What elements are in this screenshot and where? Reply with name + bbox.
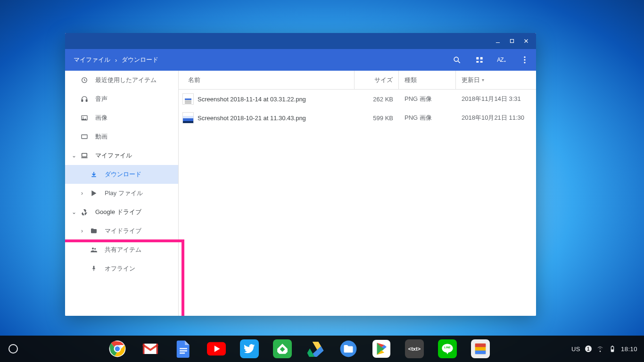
- text-app[interactable]: <txt>: [405, 339, 424, 358]
- file-date: 2018年10月21日 11:30: [456, 114, 536, 122]
- svg-rect-29: [180, 348, 187, 349]
- headphones-icon: [80, 95, 89, 103]
- sidebar-audio[interactable]: 音声: [65, 90, 178, 108]
- sidebar-myfiles[interactable]: ⌄ マイファイル: [65, 146, 178, 165]
- breadcrumb: マイファイル › ダウンロード: [65, 56, 158, 64]
- file-type: PNG 画像: [399, 95, 456, 103]
- col-date[interactable]: 更新日▾: [456, 71, 536, 89]
- view-toggle-button[interactable]: [468, 49, 491, 71]
- image-icon: [80, 114, 89, 122]
- sidebar-downloads[interactable]: ダウンロード: [65, 165, 178, 184]
- file-date: 2018年11月14日 3:31: [456, 95, 536, 103]
- file-name: Screenshot 2018-11-14 at 03.31.22.png: [198, 96, 355, 103]
- svg-rect-18: [82, 135, 87, 139]
- play-store-app[interactable]: [372, 339, 391, 358]
- sidebar-playfiles[interactable]: › Play ファイル: [65, 184, 178, 203]
- battery-icon: [609, 345, 616, 353]
- file-type: PNG 画像: [399, 114, 456, 122]
- crouton-app[interactable]: [471, 339, 490, 358]
- sidebar-shared[interactable]: 共有アイテム: [65, 240, 178, 259]
- sidebar-item-label: Play ファイル: [105, 189, 143, 197]
- system-tray[interactable]: US 1 18:10: [571, 345, 644, 353]
- breadcrumb-current[interactable]: ダウンロード: [122, 56, 158, 64]
- col-date-label: 更新日: [462, 76, 480, 84]
- wifi-icon: [596, 345, 604, 353]
- svg-point-4: [454, 57, 458, 61]
- sort-desc-icon: ▾: [482, 77, 484, 82]
- col-size[interactable]: サイズ: [355, 71, 399, 89]
- file-row[interactable]: Screenshot 2018-11-14 at 03.31.22.png 26…: [179, 90, 536, 108]
- breadcrumb-root[interactable]: マイファイル: [74, 56, 110, 64]
- files-app[interactable]: [339, 339, 358, 358]
- svg-rect-37: [475, 351, 486, 354]
- clock: 18:10: [621, 346, 637, 353]
- search-button[interactable]: [446, 49, 468, 71]
- drive-app[interactable]: [306, 339, 325, 358]
- sort-label: AZ: [497, 57, 503, 63]
- chevron-down-icon[interactable]: ⌄: [72, 152, 80, 159]
- file-name: Screenshot 2018-10-21 at 11.30.43.png: [198, 115, 355, 122]
- chevron-down-icon[interactable]: ⌄: [72, 209, 80, 215]
- window-titlebar[interactable]: [65, 33, 536, 49]
- shelf-apps: <txt> LINE: [26, 339, 571, 358]
- sidebar-item-label: マイファイル: [95, 151, 132, 160]
- chevron-right-icon[interactable]: ›: [81, 190, 90, 197]
- svg-point-23: [92, 247, 94, 249]
- svg-rect-31: [180, 353, 185, 354]
- file-thumbnail: [179, 112, 198, 123]
- clock-icon: [80, 76, 89, 84]
- file-size: 262 KB: [355, 96, 399, 103]
- col-name-label: 名前: [188, 76, 200, 84]
- col-type[interactable]: 種類: [399, 71, 456, 89]
- sidebar-item-label: ダウンロード: [105, 170, 141, 179]
- svg-rect-8: [476, 61, 479, 63]
- sidebar-item-label: 最近使用したアイテム: [95, 76, 157, 84]
- sidebar-images[interactable]: 画像: [65, 108, 178, 127]
- docs-app[interactable]: [174, 339, 193, 358]
- launcher-button[interactable]: [0, 336, 26, 362]
- file-row[interactable]: Screenshot 2018-10-21 at 11.30.43.png 59…: [179, 108, 536, 127]
- svg-rect-1: [511, 40, 514, 43]
- sidebar-item-label: マイドライブ: [105, 227, 141, 235]
- sort-button[interactable]: AZ: [491, 49, 513, 71]
- col-type-label: 種類: [405, 76, 417, 84]
- more-button[interactable]: [513, 49, 536, 71]
- svg-rect-9: [480, 61, 483, 63]
- svg-rect-19: [82, 153, 87, 156]
- sidebar-recent[interactable]: 最近使用したアイテム: [65, 71, 178, 90]
- line-app[interactable]: LINE: [438, 339, 457, 358]
- svg-point-24: [94, 248, 96, 249]
- svg-rect-40: [611, 350, 613, 351]
- close-button[interactable]: [519, 33, 533, 49]
- minimize-button[interactable]: [491, 33, 505, 49]
- maximize-button[interactable]: [505, 33, 519, 49]
- svg-point-10: [524, 57, 525, 58]
- gmail-app[interactable]: [141, 339, 160, 358]
- chrome-app[interactable]: [108, 339, 127, 358]
- chevron-right-icon: ›: [115, 57, 117, 64]
- toolbar: マイファイル › ダウンロード AZ: [65, 49, 536, 71]
- svg-line-5: [458, 61, 460, 63]
- twitter-app[interactable]: [240, 339, 259, 358]
- content-area: 最近使用したアイテム 音声 画像 動画 ⌄ マイファイル ダウンロード: [65, 71, 536, 316]
- sidebar-gdrive[interactable]: ⌄ Google ドライブ: [65, 203, 178, 222]
- sidebar-videos[interactable]: 動画: [65, 127, 178, 146]
- sidebar-item-label: 共有アイテム: [105, 246, 141, 254]
- sidebar-item-label: オフライン: [105, 264, 135, 273]
- svg-point-27: [115, 346, 121, 352]
- sidebar-mydrive[interactable]: › マイドライブ: [65, 222, 178, 240]
- svg-rect-30: [180, 350, 187, 351]
- youtube-app[interactable]: [207, 339, 226, 358]
- movie-icon: [80, 133, 89, 140]
- chevron-right-icon[interactable]: ›: [81, 228, 90, 234]
- sidebar-offline[interactable]: オフライン: [65, 259, 178, 278]
- download-icon: [90, 171, 98, 178]
- feedly-app[interactable]: [273, 339, 292, 358]
- col-name[interactable]: 名前: [179, 71, 355, 89]
- column-headers: 名前 サイズ 種類 更新日▾: [179, 71, 536, 90]
- svg-point-12: [524, 62, 525, 63]
- sidebar-item-label: Google ドライブ: [95, 208, 141, 216]
- sidebar-item-label: 動画: [95, 132, 107, 141]
- svg-point-17: [83, 117, 83, 118]
- sidebar-item-label: 音声: [95, 95, 107, 103]
